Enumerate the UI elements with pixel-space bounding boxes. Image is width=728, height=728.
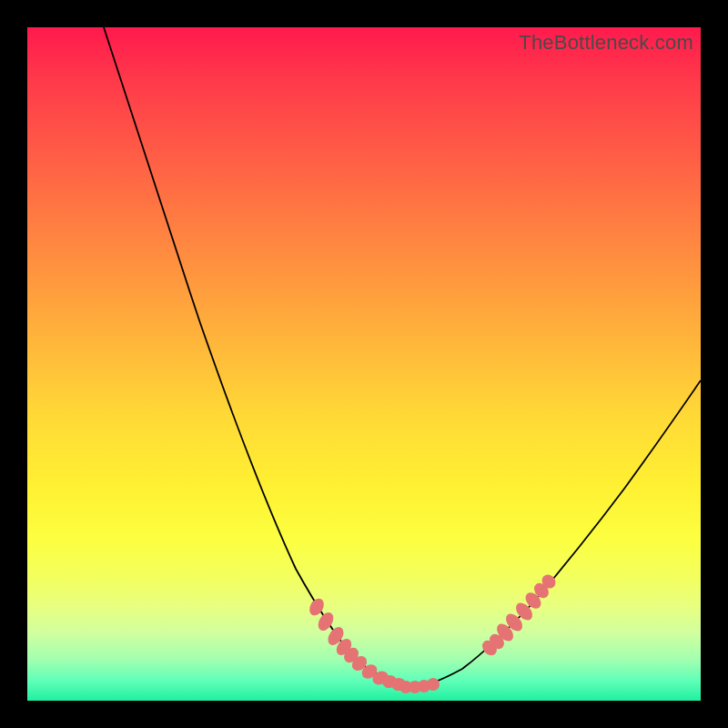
watermark-text: TheBottleneck.com <box>519 31 693 55</box>
markers-left <box>307 596 407 692</box>
chart-plot-area: TheBottleneck.com <box>27 27 701 701</box>
bottleneck-curve-svg <box>27 27 701 701</box>
svg-point-13 <box>427 678 440 691</box>
curve-path <box>104 27 701 687</box>
markers-bottom <box>399 678 440 693</box>
markers-right <box>480 571 559 658</box>
